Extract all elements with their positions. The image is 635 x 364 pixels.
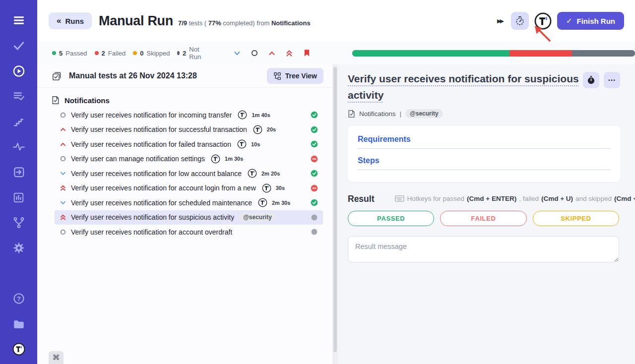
test-rows: Verify user receives notification for in…: [52, 108, 323, 240]
run-list-header: Manual tests at 26 Nov 2024 13:28 Tree V…: [37, 64, 332, 88]
scrollbar-thumb[interactable]: [333, 67, 337, 352]
help-icon[interactable]: ?: [12, 292, 25, 305]
account-logo-button[interactable]: [534, 12, 552, 30]
test-row[interactable]: Verify user receives notification for lo…: [55, 166, 323, 181]
runs-play-icon[interactable]: [12, 64, 25, 77]
test-list: Notifications Verify user receives notif…: [37, 88, 332, 240]
test-title: Verify user receives notification for ac…: [71, 228, 232, 236]
steps-stairs-icon[interactable]: [12, 115, 25, 128]
failed-button[interactable]: FAILED: [440, 211, 526, 226]
testomat-badge-icon: [211, 154, 220, 164]
run-list-title: Manual tests at 26 Nov 2024 13:28: [69, 71, 197, 80]
tree-view-icon: [273, 72, 281, 80]
test-row[interactable]: Verify user receives notification for fa…: [55, 137, 323, 152]
panel-scrollbar[interactable]: [332, 64, 338, 364]
steps-section-toggle[interactable]: Steps: [358, 156, 611, 165]
finish-run-label: Finish Run: [577, 17, 616, 25]
branches-icon[interactable]: [12, 216, 25, 229]
priority-filter-highest-icon[interactable]: [286, 50, 293, 57]
detail-tag: @security: [405, 109, 443, 118]
run-progress-bar: [352, 50, 635, 57]
priority-filter-high-icon[interactable]: [268, 50, 275, 57]
timer-small-button[interactable]: [583, 72, 599, 88]
finish-run-button[interactable]: ✓ Finish Run: [557, 12, 624, 30]
detail-sections-card: Requirements Steps: [348, 126, 621, 182]
import-icon[interactable]: [12, 166, 25, 179]
bookmark-filter-icon[interactable]: [303, 49, 311, 57]
status-failed-icon: [311, 155, 318, 163]
skipped-dot-icon: [133, 51, 137, 55]
projects-folder-icon[interactable]: [12, 317, 25, 330]
testomat-logo-icon[interactable]: [12, 343, 25, 356]
status-failed-icon: [311, 184, 318, 192]
test-duration: 20s: [267, 126, 276, 132]
svg-text:?: ?: [16, 295, 20, 303]
testomat-badge-icon: [258, 198, 267, 207]
status-passed-icon: [311, 199, 318, 206]
page-title: Manual Run: [99, 13, 173, 29]
progress-passed-segment: [352, 50, 509, 57]
timer-button[interactable]: [511, 12, 529, 30]
passed-button[interactable]: PASSED: [348, 211, 434, 226]
more-options-button[interactable]: …: [604, 72, 620, 88]
failed-dot-icon: [95, 51, 99, 55]
test-tag: @security: [239, 213, 276, 222]
result-message-input[interactable]: [348, 236, 619, 262]
test-row[interactable]: Verify user receives notification for sc…: [55, 195, 323, 210]
test-row[interactable]: Verify user receives notification for in…: [55, 108, 323, 122]
skipped-button[interactable]: SKIPPED: [533, 211, 619, 226]
test-row[interactable]: Verify user receives notification for ac…: [55, 225, 323, 240]
test-title: Verify user receives notification for fa…: [71, 140, 231, 148]
requirements-section-toggle[interactable]: Requirements: [358, 135, 611, 144]
run-status-counts: 5Passed 2Failed 0Skipped 2Not Run: [52, 46, 203, 61]
keyboard-icon: [395, 195, 404, 202]
chevrons-left-icon: «: [57, 16, 61, 26]
test-title: Verify user receives notification for in…: [71, 111, 232, 119]
tests-check-icon[interactable]: [12, 39, 25, 52]
verdict-buttons: PASSED FAILED SKIPPED: [348, 211, 619, 226]
section-divider: [358, 170, 611, 170]
skipped-count: 0Skipped: [133, 50, 170, 57]
fast-forward-icon[interactable]: ▶▶: [497, 18, 506, 24]
passed-count: 5Passed: [52, 50, 87, 57]
command-shortcut-button[interactable]: ⌘: [49, 351, 64, 364]
analytics-chart-icon[interactable]: [12, 191, 25, 204]
suite-row[interactable]: Notifications: [52, 93, 323, 108]
status-passed-icon: [311, 140, 318, 148]
priority-highest-icon: [60, 184, 66, 191]
priority-high-icon: [60, 141, 66, 148]
status-not_run-icon: [311, 228, 318, 236]
test-title: Verify user receives notification for sc…: [71, 199, 252, 207]
test-detail-title[interactable]: Verify user receives notification for su…: [348, 70, 583, 103]
settings-gear-icon[interactable]: [12, 242, 25, 254]
test-duration: 1m 30s: [225, 156, 243, 162]
failed-count: 2Failed: [95, 50, 126, 57]
plans-list-check-icon[interactable]: [12, 90, 25, 103]
priority-filters: [234, 49, 311, 57]
test-row[interactable]: Verify user receives notification for su…: [55, 210, 323, 225]
stopwatch-filled-icon: [586, 75, 596, 85]
priority-filter-low-icon[interactable]: [234, 50, 241, 57]
sidebar: ?: [0, 0, 37, 364]
test-row[interactable]: Verify user can manage notification sett…: [55, 152, 323, 167]
priority-normal-icon: [60, 229, 66, 236]
clipboard-check-icon: [52, 71, 62, 81]
menu-icon[interactable]: [12, 14, 25, 27]
ellipsis-icon: …: [608, 76, 616, 81]
tree-view-button[interactable]: Tree View: [267, 68, 323, 84]
testomat-badge-icon: [237, 139, 247, 149]
back-to-runs-button[interactable]: « Runs: [49, 12, 92, 29]
suite-doc-icon: [52, 96, 60, 105]
test-title: Verify user receives notification for su…: [71, 213, 234, 221]
test-duration: 30s: [276, 185, 285, 191]
test-row[interactable]: Verify user receives notification for ac…: [55, 181, 323, 196]
detail-suite-name[interactable]: Notifications: [359, 110, 396, 118]
status-not_run-icon: [311, 214, 318, 221]
priority-filter-normal-icon[interactable]: [251, 50, 258, 57]
pulse-activity-icon[interactable]: [12, 140, 25, 153]
detail-actions: …: [583, 70, 620, 88]
status-passed-icon: [311, 111, 318, 119]
priority-low-icon: [60, 199, 66, 206]
test-row[interactable]: Verify user receives notification for su…: [55, 122, 323, 137]
back-to-runs-label: Runs: [65, 17, 84, 25]
